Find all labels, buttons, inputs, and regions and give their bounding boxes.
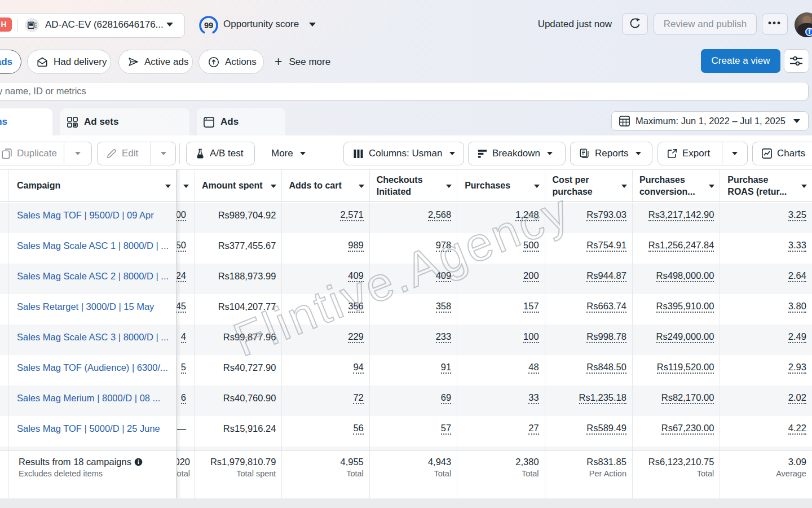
svg-text:99: 99: [204, 21, 213, 30]
